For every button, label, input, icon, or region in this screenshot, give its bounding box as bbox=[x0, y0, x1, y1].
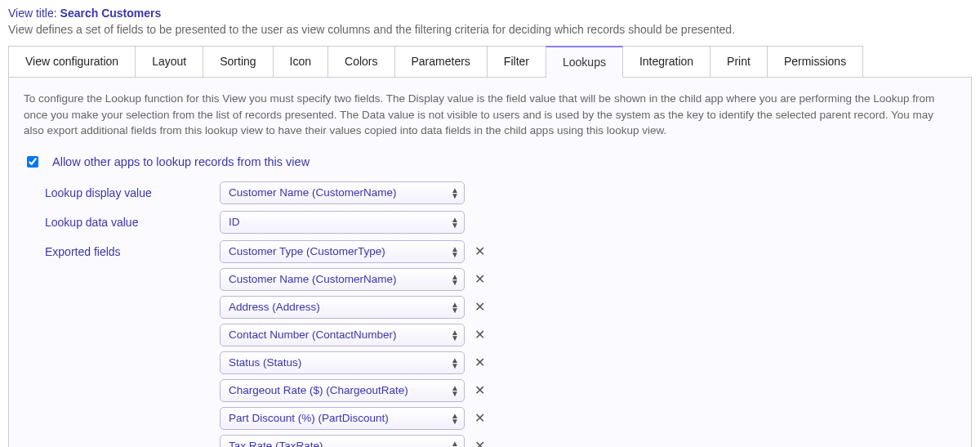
exported-field-select[interactable]: Customer Type (CustomerType)▲▼ bbox=[220, 240, 465, 263]
tab-icon[interactable]: Icon bbox=[273, 46, 328, 77]
select-arrows-icon: ▲▼ bbox=[451, 187, 459, 199]
exported-fields-label: Exported fields bbox=[45, 240, 220, 258]
lookup-display-value-row: Lookup display value Customer Name (Cust… bbox=[45, 181, 956, 204]
remove-exported-field-icon[interactable]: ✕ bbox=[473, 355, 486, 370]
remove-exported-field-icon[interactable]: ✕ bbox=[473, 410, 486, 426]
tab-integration[interactable]: Integration bbox=[622, 46, 710, 77]
view-title-name: Search Customers bbox=[60, 7, 162, 20]
select-arrows-icon: ▲▼ bbox=[451, 217, 459, 228]
exported-field-selected: Chargeout Rate ($) (ChargeoutRate) bbox=[229, 384, 408, 396]
tab-permissions[interactable]: Permissions bbox=[767, 46, 863, 77]
select-arrows-icon: ▲▼ bbox=[451, 246, 459, 257]
exported-field-selected: Contact Number (ContactNumber) bbox=[229, 329, 397, 341]
exported-field-selected: Customer Type (CustomerType) bbox=[229, 245, 385, 257]
view-subtitle: View defines a set of fields to be prese… bbox=[8, 23, 972, 36]
select-arrows-icon: ▲▼ bbox=[451, 440, 459, 447]
exported-field-select[interactable]: Contact Number (ContactNumber)▲▼ bbox=[220, 324, 465, 346]
tab-print[interactable]: Print bbox=[710, 46, 768, 77]
remove-exported-field-icon[interactable]: ✕ bbox=[473, 244, 486, 259]
tabs-bar: View configurationLayoutSortingIconColor… bbox=[8, 46, 972, 78]
exported-field-selected: Status (Status) bbox=[229, 356, 301, 369]
exported-field-select[interactable]: Tax Rate (TaxRate)▲▼ bbox=[220, 435, 465, 447]
lookup-display-value-select[interactable]: Customer Name (CustomerName) ▲▼ bbox=[220, 181, 465, 204]
allow-lookup-checkbox[interactable] bbox=[27, 156, 38, 168]
exported-field-selected: Customer Name (CustomerName) bbox=[229, 273, 397, 285]
exported-field-row: Address (Address)▲▼✕ bbox=[220, 296, 486, 319]
exported-field-selected: Tax Rate (TaxRate) bbox=[229, 440, 323, 447]
tab-lookups[interactable]: Lookups bbox=[546, 46, 623, 77]
exported-field-select[interactable]: Customer Name (CustomerName)▲▼ bbox=[220, 268, 465, 291]
exported-field-selected: Address (Address) bbox=[229, 301, 320, 313]
exported-field-row: Part Discount (%) (PartDiscount)▲▼✕ bbox=[220, 407, 486, 430]
select-arrows-icon: ▲▼ bbox=[451, 302, 459, 313]
select-arrows-icon: ▲▼ bbox=[451, 413, 459, 424]
tab-layout[interactable]: Layout bbox=[135, 46, 203, 77]
exported-field-row: Chargeout Rate ($) (ChargeoutRate)▲▼✕ bbox=[220, 379, 486, 402]
exported-field-row: Status (Status)▲▼✕ bbox=[220, 351, 486, 374]
exported-field-select[interactable]: Chargeout Rate ($) (ChargeoutRate)▲▼ bbox=[220, 379, 465, 402]
tab-colors[interactable]: Colors bbox=[327, 46, 394, 77]
remove-exported-field-icon[interactable]: ✕ bbox=[473, 327, 486, 342]
remove-exported-field-icon[interactable]: ✕ bbox=[473, 438, 486, 447]
lookup-display-value-selected: Customer Name (CustomerName) bbox=[229, 186, 397, 199]
lookups-panel: To configure the Lookup function for thi… bbox=[8, 78, 972, 447]
allow-lookup-row: Allow other apps to lookup records from … bbox=[24, 154, 956, 170]
tab-sorting[interactable]: Sorting bbox=[203, 46, 273, 77]
exported-field-row: Tax Rate (TaxRate)▲▼✕ bbox=[220, 435, 486, 447]
remove-exported-field-icon[interactable]: ✕ bbox=[473, 382, 486, 398]
lookup-data-value-label: Lookup data value bbox=[45, 211, 220, 229]
exported-field-select[interactable]: Part Discount (%) (PartDiscount)▲▼ bbox=[220, 407, 465, 430]
tab-parameters[interactable]: Parameters bbox=[394, 46, 488, 77]
exported-field-row: Customer Type (CustomerType)▲▼✕ bbox=[220, 240, 486, 263]
select-arrows-icon: ▲▼ bbox=[451, 329, 459, 341]
lookup-data-value-selected: ID bbox=[229, 216, 240, 228]
tab-view-configuration[interactable]: View configuration bbox=[8, 46, 136, 77]
view-title: View title: Search Customers bbox=[8, 7, 972, 20]
remove-exported-field-icon[interactable]: ✕ bbox=[473, 271, 486, 287]
allow-lookup-label[interactable]: Allow other apps to lookup records from … bbox=[52, 155, 310, 168]
remove-exported-field-icon[interactable]: ✕ bbox=[473, 299, 486, 315]
exported-field-select[interactable]: Address (Address)▲▼ bbox=[220, 296, 465, 319]
exported-fields-row: Exported fields Customer Type (CustomerT… bbox=[45, 240, 956, 447]
exported-field-row: Customer Name (CustomerName)▲▼✕ bbox=[220, 268, 486, 291]
select-arrows-icon: ▲▼ bbox=[451, 385, 459, 396]
lookup-data-value-row: Lookup data value ID ▲▼ bbox=[45, 211, 956, 234]
view-title-prefix: View title: bbox=[8, 7, 60, 20]
lookups-help-text: To configure the Lookup function for thi… bbox=[24, 91, 956, 139]
select-arrows-icon: ▲▼ bbox=[451, 274, 459, 285]
tab-filter[interactable]: Filter bbox=[487, 46, 546, 77]
exported-field-select[interactable]: Status (Status)▲▼ bbox=[220, 351, 465, 374]
lookup-data-value-select[interactable]: ID ▲▼ bbox=[220, 211, 465, 234]
select-arrows-icon: ▲▼ bbox=[451, 357, 459, 369]
lookup-display-value-label: Lookup display value bbox=[45, 181, 220, 199]
exported-field-row: Contact Number (ContactNumber)▲▼✕ bbox=[220, 324, 486, 346]
exported-field-selected: Part Discount (%) (PartDiscount) bbox=[229, 412, 389, 424]
